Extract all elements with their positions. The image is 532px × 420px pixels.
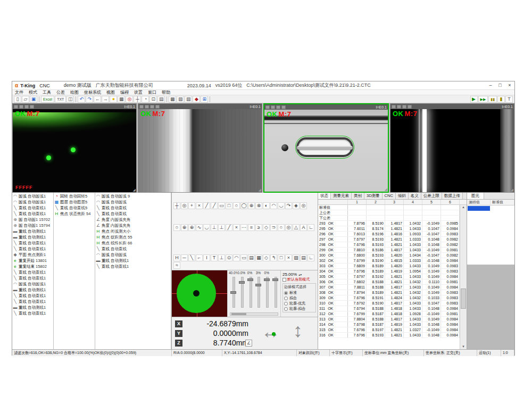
slider-thumb[interactable] <box>255 284 261 286</box>
table-tab[interactable]: 名义 <box>409 193 421 199</box>
camera-tool-icon[interactable] <box>14 105 18 109</box>
save-file-icon[interactable]: ▣ <box>30 96 37 103</box>
palette-tool-icon[interactable]: ▦ <box>255 254 262 261</box>
palette-tool-icon[interactable]: ⌐ <box>196 254 203 261</box>
palette-tool-icon[interactable]: ◈ <box>293 202 300 209</box>
list-item[interactable]: ◔回转自动回转5 <box>54 193 95 199</box>
move-left-icon[interactable]: ← <box>94 96 101 103</box>
menu-item[interactable]: 设置 <box>134 90 143 95</box>
camera-tool-icon[interactable] <box>150 105 154 109</box>
list-item[interactable]: ╲直线自动直线 <box>95 211 171 217</box>
camera-view-1[interactable]: I=E0.1 OKM:7 FFFFF ◢ <box>12 103 137 193</box>
list-item[interactable]: ╲直线自动直线1 <box>12 310 53 316</box>
menu-item[interactable]: 公差 <box>56 90 65 95</box>
palette-tool-icon[interactable]: ◎ <box>285 224 292 231</box>
menu-item[interactable]: 视图 <box>106 90 115 95</box>
palette-tool-icon[interactable]: ○ <box>233 202 240 209</box>
target-icon[interactable]: ◎ <box>126 96 133 103</box>
palette-tool-icon[interactable]: ▨ <box>293 254 300 261</box>
palette-tool-icon[interactable]: T <box>211 254 218 261</box>
camera-view-3-selected[interactable]: I=E0.1 OKM:7 ◢ <box>263 103 389 193</box>
tools-icon[interactable]: T <box>505 96 513 103</box>
list-item[interactable]: ◆平面焦点测距1 <box>12 252 53 258</box>
close-button[interactable]: × <box>505 81 514 89</box>
table-row[interactable]: 316OK7.67968.51931.48211.04330.10480.098… <box>318 333 460 338</box>
pattern-mid-icon[interactable]: ▨ <box>177 96 184 103</box>
list-item[interactable]: ▬重线自动测线1 <box>95 258 171 263</box>
palette-tool-icon[interactable]: ─ <box>181 254 188 261</box>
table-row[interactable]: 297OK7.67978.51931.48211.03330.10480.098… <box>318 237 460 242</box>
resize-handle-icon[interactable]: ◢ <box>511 188 513 192</box>
resize-handle-icon[interactable]: ◢ <box>133 188 136 192</box>
camera-tool-icon[interactable] <box>155 105 160 109</box>
spinner-icon[interactable]: ▴▾ <box>298 273 302 276</box>
table-scrollbar[interactable]: ▲ ▼ <box>460 205 467 349</box>
list-item[interactable]: ◠圆弧自动圆弧 <box>95 199 171 205</box>
list-item[interactable]: ╲直线自动直线1 <box>12 240 53 246</box>
camera-tool-icon[interactable] <box>265 105 270 109</box>
camera-tool-icon[interactable] <box>276 105 280 109</box>
light-slider[interactable] <box>246 276 254 309</box>
mode-option[interactable]: 轮廓-拟合 <box>284 306 314 311</box>
menu-item[interactable]: 模式 <box>29 90 37 95</box>
slider-thumb[interactable] <box>247 278 253 281</box>
light-slider[interactable] <box>262 276 271 309</box>
palette-tool-icon[interactable]: × <box>233 224 240 231</box>
palette-tool-icon[interactable]: ⊕ <box>248 202 255 209</box>
table-row[interactable]: 上公差 <box>318 210 460 216</box>
mode-option[interactable]: 标准 <box>284 290 314 295</box>
mode-option[interactable]: 拟合 <box>284 295 314 301</box>
list-item[interactable]: ╲直线自动直线1 <box>12 269 53 275</box>
scroll-down-icon[interactable]: ▼ <box>460 344 467 349</box>
palette-tool-icon[interactable]: ⊃ <box>270 224 277 231</box>
palette-tool-icon[interactable]: + <box>188 202 195 209</box>
menu-item[interactable]: 工具 <box>43 90 51 95</box>
table-tab[interactable]: CNC <box>383 193 396 199</box>
palette-tool-icon[interactable]: × <box>196 202 203 209</box>
slider-thumb[interactable] <box>230 291 236 294</box>
list-item[interactable]: ▦图层自动图层5 <box>54 199 95 205</box>
table-tab[interactable]: 测量元素 <box>331 193 352 199</box>
menu-item[interactable]: 帮助 <box>162 90 170 95</box>
palette-tool-icon[interactable]: ≥ <box>255 224 262 231</box>
list-item[interactable]: ▬重线自动测线1 <box>12 234 53 240</box>
crosshair-icon[interactable]: ┼ <box>134 96 141 103</box>
list-item[interactable]: ╲直线自动直线5 <box>54 205 95 211</box>
pattern-coarse-icon[interactable]: ▧ <box>185 96 192 103</box>
new-file-icon[interactable]: ▯ <box>14 96 21 103</box>
list-item[interactable]: ╲直线自动直线1 <box>12 205 53 211</box>
camera-tool-icon[interactable] <box>402 105 406 109</box>
palette-tool-icon[interactable]: ┼ <box>173 202 180 209</box>
camera-image-3[interactable]: OKM:7 ◢ <box>264 110 388 192</box>
camera-tool-icon[interactable] <box>408 105 412 109</box>
excel-export-button[interactable]: Excel <box>41 96 54 103</box>
list-item[interactable]: ◠圆弧自动圆弧1 <box>12 193 53 199</box>
default-mode-checkbox[interactable]: 默认当前模式 <box>282 277 316 282</box>
open-file-icon[interactable]: ▱ <box>22 96 29 103</box>
camera-view-2[interactable]: I=E0.1 OKM:7 ◢ <box>138 103 262 193</box>
list-item[interactable]: ▬重线自动测线1 <box>12 304 53 310</box>
camera-tool-icon[interactable] <box>19 105 23 109</box>
table-row[interactable]: 313OK7.88048.51881.48171.04330.10490.098… <box>318 317 460 322</box>
list-item[interactable]: ◠圆弧自动圆弧 9 <box>95 193 171 199</box>
palette-tool-icon[interactable]: ◠ <box>233 254 240 261</box>
table-row[interactable]: 305OK7.67978.51921.48211.04330.10490.098… <box>318 274 460 279</box>
maximize-button[interactable]: □ <box>495 81 505 89</box>
palette-tool-icon[interactable]: ○ <box>173 224 180 231</box>
slider-scrollbar[interactable] <box>230 312 278 316</box>
slider-thumb[interactable] <box>239 281 245 284</box>
menu-item[interactable]: 文件 <box>15 90 23 95</box>
table-row[interactable]: 293OK7.87968.51901.48171.0432-0.10490.09… <box>318 221 460 226</box>
camera-tool-icon[interactable] <box>139 105 144 109</box>
palette-tool-icon[interactable]: □ <box>278 254 285 261</box>
palette-tool-icon[interactable]: ⋯ <box>240 224 247 231</box>
list-item[interactable]: ∠角度内圆弧夹角 <box>95 223 171 228</box>
light-slider[interactable] <box>229 276 237 309</box>
table-row[interactable]: 314OK7.67988.51871.48191.04330.10480.098… <box>318 322 460 327</box>
palette-tool-icon[interactable]: ◡ <box>203 224 210 231</box>
table-row[interactable]: 307OK7.88118.51881.48171.04330.10490.098… <box>318 285 460 290</box>
palette-tool-icon[interactable]: ╱ <box>226 224 232 231</box>
camera-tool-icon[interactable] <box>397 105 401 109</box>
list-item[interactable]: ╲直线自动直线1 <box>12 299 53 304</box>
lamp-icon[interactable]: ● <box>110 96 117 103</box>
